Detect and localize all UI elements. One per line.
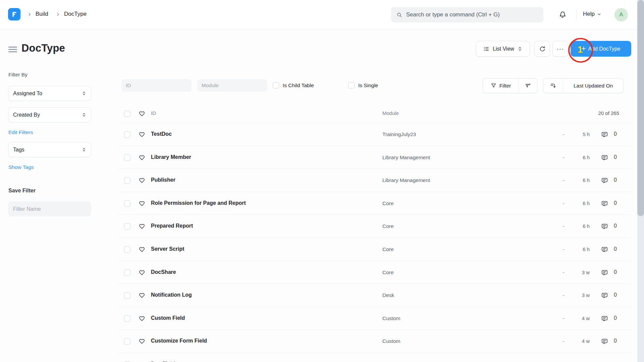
module-cell: Core	[382, 246, 394, 252]
table-row[interactable]: Notification Log Desk - 3 w 0	[118, 284, 631, 307]
table-row[interactable]: Custom Field Custom - 4 w 0	[118, 307, 631, 330]
doctype-name-link[interactable]: DocShare	[151, 269, 176, 275]
row-checkbox[interactable]	[124, 269, 130, 276]
row-checkbox[interactable]	[124, 177, 130, 184]
frappe-logo-icon	[11, 11, 18, 18]
row-checkbox[interactable]	[124, 315, 130, 322]
column-header-module[interactable]: Module	[382, 110, 399, 116]
refresh-button[interactable]	[534, 41, 550, 57]
row-checkbox[interactable]	[124, 292, 130, 299]
like-heart-icon[interactable]	[139, 338, 145, 345]
clear-filters-button[interactable]	[519, 78, 537, 93]
id-filter-input[interactable]	[121, 79, 192, 92]
is-single-label: Is Single	[358, 82, 378, 88]
scrollbar-thumb[interactable]	[637, 0, 644, 216]
row-checkbox[interactable]	[124, 338, 130, 345]
row-checkbox[interactable]	[124, 200, 130, 207]
sort-direction-button[interactable]	[543, 78, 563, 93]
module-cell: Library Management	[382, 155, 430, 161]
comment-count: 0	[614, 131, 617, 137]
checkbox-icon	[273, 82, 279, 88]
comment-icon	[601, 131, 608, 138]
doctype-name-link[interactable]: Customize Form Field	[151, 338, 207, 344]
is-single-checkbox[interactable]: Is Single	[348, 82, 378, 88]
column-header-id[interactable]: ID	[151, 110, 156, 116]
doctype-name-link[interactable]: Role Permission for Page and Report	[151, 200, 246, 206]
table-row[interactable]: Customize Form Field Custom - 4 w 0	[118, 330, 631, 353]
help-label: Help	[583, 11, 595, 17]
edit-filters-link[interactable]: Edit Filters	[8, 129, 33, 135]
app-logo[interactable]	[8, 8, 20, 20]
assigned-cell: -	[560, 177, 567, 183]
table-row[interactable]: Library Member Library Management - 6 h …	[118, 146, 631, 169]
table-row[interactable]: Publisher Library Management - 6 h 0	[118, 169, 631, 192]
row-count[interactable]: 20 of 265	[598, 110, 619, 116]
list-view-selector[interactable]: List View	[476, 41, 530, 57]
list-view-label: List View	[493, 46, 514, 52]
breadcrumb-chevron-icon	[27, 12, 32, 17]
breadcrumb-build[interactable]: Build	[36, 11, 48, 17]
row-checkbox[interactable]	[124, 155, 130, 161]
is-child-table-checkbox[interactable]: Is Child Table	[273, 82, 314, 88]
more-menu-button[interactable]: ···	[552, 41, 568, 57]
sidebar-toggle-button[interactable]	[8, 47, 17, 52]
like-heart-icon[interactable]	[139, 223, 145, 230]
breadcrumb-doctype[interactable]: DocType	[64, 11, 87, 17]
module-filter-input[interactable]	[197, 79, 267, 92]
select-chevrons-icon	[82, 147, 86, 152]
modified-cell: 3 w	[572, 269, 590, 275]
add-doctype-button[interactable]: + Add DocType	[571, 41, 631, 57]
help-menu[interactable]: Help	[583, 11, 601, 17]
sort-field-button[interactable]: Last Updated On	[563, 78, 623, 93]
filter-button[interactable]: Filter	[483, 78, 519, 93]
doctype-name-link[interactable]: Publisher	[151, 177, 175, 183]
filter-name-input[interactable]	[8, 201, 91, 217]
like-heart-icon[interactable]	[139, 177, 145, 184]
table-row[interactable]: Server Script Core - 6 h 0	[118, 238, 631, 261]
doctype-name-link[interactable]: Notification Log	[151, 292, 192, 298]
like-heart-icon[interactable]	[139, 246, 145, 253]
row-checkbox[interactable]	[124, 246, 130, 253]
global-search[interactable]	[391, 7, 543, 22]
like-heart-icon[interactable]	[139, 269, 145, 276]
row-checkbox[interactable]	[124, 131, 130, 138]
table-row[interactable]: Role Permission for Page and Report Core…	[118, 192, 631, 215]
doctype-name-link[interactable]: TestDoc	[151, 131, 172, 137]
modified-cell: 6 h	[572, 246, 590, 252]
like-heart-icon[interactable]	[139, 154, 145, 161]
table-row[interactable]: Prepared Report Core - 6 h 0	[118, 215, 631, 238]
like-heart-icon[interactable]	[139, 315, 145, 322]
doctype-name-link[interactable]: Library Member	[151, 154, 191, 160]
modified-cell: 4 w	[572, 338, 590, 344]
like-heart-icon[interactable]	[139, 200, 145, 207]
assigned-cell: -	[560, 269, 567, 275]
page-scrollbar[interactable]	[637, 0, 644, 362]
tags-dropdown[interactable]: Tags	[8, 142, 91, 157]
like-heart-icon[interactable]	[139, 292, 145, 299]
table-row[interactable]: Doc Field	[118, 353, 631, 362]
doctype-name-link[interactable]: Custom Field	[151, 315, 185, 321]
assigned-cell: -	[560, 292, 567, 298]
doctype-list: TestDoc TrainingJuly23 - 5 h 0 Library M…	[118, 123, 631, 362]
search-input[interactable]	[406, 11, 538, 18]
doctype-name-link[interactable]: Prepared Report	[151, 223, 193, 229]
select-all-checkbox[interactable]	[124, 111, 130, 117]
tags-label: Tags	[13, 147, 24, 153]
assigned-cell: -	[560, 155, 567, 160]
refresh-icon	[539, 46, 546, 52]
page-title: DocType	[21, 42, 65, 54]
table-row[interactable]: DocShare Core - 3 w 0	[118, 261, 631, 284]
assigned-to-dropdown[interactable]: Assigned To	[8, 86, 91, 101]
row-checkbox[interactable]	[124, 223, 130, 230]
liked-filter-heart-icon[interactable]	[139, 110, 145, 117]
table-row[interactable]: TestDoc TrainingJuly23 - 5 h 0	[118, 123, 631, 146]
select-chevrons-icon	[82, 112, 86, 117]
assigned-cell: -	[560, 246, 567, 252]
module-cell: Library Management	[382, 177, 430, 183]
doctype-name-link[interactable]: Server Script	[151, 246, 184, 252]
avatar[interactable]: A	[614, 8, 628, 21]
show-tags-link[interactable]: Show Tags	[8, 164, 34, 170]
notifications-bell-button[interactable]	[558, 10, 567, 19]
like-heart-icon[interactable]	[139, 131, 145, 138]
created-by-dropdown[interactable]: Created By	[8, 107, 91, 122]
